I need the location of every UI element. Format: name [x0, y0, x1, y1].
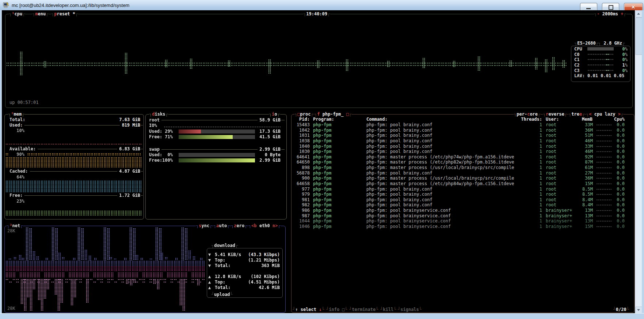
- proc-program[interactable]: php-fpm: [313, 202, 332, 207]
- proc-command[interactable]: php-fpm: pool brainy.conf: [366, 202, 432, 207]
- proc-pid[interactable]: 1030: [299, 149, 310, 154]
- proc-pid[interactable]: 981: [302, 197, 310, 202]
- scrollbar-thumb[interactable]: [635, 18, 642, 55]
- proc-program[interactable]: php-fpm: [313, 149, 332, 154]
- iface-selector[interactable]: ┐<b eth0 n>┌: [248, 223, 281, 228]
- proc-command[interactable]: php-fpm: master process (/etc/php74w/php…: [366, 154, 514, 160]
- proc-command[interactable]: php-fpm: pool brainyservice.conf: [366, 213, 451, 218]
- proc-pid[interactable]: 982: [302, 202, 310, 207]
- proc-program[interactable]: php-fpm: [313, 170, 332, 176]
- proc-command[interactable]: php-fpm: pool brainy.conf: [366, 144, 432, 149]
- proc-program[interactable]: php-fpm: [313, 160, 332, 165]
- proc-pid[interactable]: 1042: [299, 128, 310, 133]
- info-button[interactable]: ┘info □└: [326, 307, 348, 312]
- tree-toggle[interactable]: ┐tree┌: [568, 112, 585, 117]
- proc-program[interactable]: php-fpm: [313, 165, 332, 170]
- auto-toggle[interactable]: ┐auto┌: [213, 223, 230, 228]
- proc-command[interactable]: php-fpm: master process (/etc/php84w/php…: [366, 181, 514, 186]
- menu-button[interactable]: ┐menu┌: [32, 11, 49, 16]
- proc-command[interactable]: php-fpm: pool brainy.conf: [366, 170, 432, 176]
- reverse-toggle[interactable]: ┐reverse┌: [543, 112, 567, 117]
- scrollbar[interactable]: [635, 10, 642, 313]
- proc-mem: 15M: [585, 181, 593, 186]
- sort-selector[interactable]: ┐< cpu lazy >┌: [586, 112, 624, 117]
- scrollbar-up-button[interactable]: [635, 11, 642, 18]
- proc-command[interactable]: php-fpm: pool brainy.conf: [366, 122, 432, 127]
- col-header-cpu[interactable]: Cpu%: [614, 117, 625, 122]
- proc-program[interactable]: php-fpm: [313, 138, 332, 143]
- proc-command[interactable]: php-fpm: pool brainyservice.conf: [366, 208, 451, 213]
- proc-command[interactable]: php-fpm: pool brainy.conf: [366, 192, 432, 197]
- proc-program[interactable]: php-fpm: [313, 192, 332, 197]
- proc-program[interactable]: php-fpm: [313, 144, 332, 149]
- proc-program[interactable]: php-fpm: [313, 224, 332, 229]
- proc-count: ┘0/20└: [613, 307, 629, 312]
- proc-pid[interactable]: 977: [302, 187, 310, 192]
- proc-pid[interactable]: 1031: [299, 133, 310, 138]
- proc-mem-meter: [596, 130, 611, 131]
- proc-program[interactable]: php-fpm: [313, 213, 332, 218]
- proc-pid[interactable]: 64658: [297, 181, 310, 186]
- proc-pid[interactable]: 900: [302, 176, 310, 181]
- col-header-command[interactable]: Command:: [366, 117, 388, 122]
- window-border-bottom: [0, 313, 644, 319]
- proc-command[interactable]: php-fpm: master process (/usr/local/brai…: [366, 165, 514, 170]
- per-core-toggle[interactable]: ┐per-core┌: [514, 112, 541, 117]
- proc-command[interactable]: php-fpm: master process (/etc/php82w/php…: [366, 160, 514, 165]
- col-header-mem[interactable]: MemB: [582, 117, 592, 122]
- window-titlebar[interactable]: mc [root@ub24.itdeveloper.com.ua]:/lib/s…: [0, 0, 644, 11]
- proc-pid[interactable]: 64641: [297, 154, 310, 160]
- proc-program[interactable]: php-fpm: [313, 181, 332, 186]
- kill-button[interactable]: ┘kill└: [380, 307, 396, 312]
- col-header-pid[interactable]: Pid:: [299, 117, 310, 122]
- proc-program[interactable]: php-fpm: [313, 208, 332, 213]
- select-control[interactable]: ┘↑ select ↓└: [292, 307, 325, 312]
- proc-pid[interactable]: 15483: [297, 122, 310, 127]
- proc-pid[interactable]: 1038: [299, 138, 310, 143]
- proc-command[interactable]: php-fpm: pool brainy.conf: [366, 149, 432, 154]
- proc-command[interactable]: php-fpm: pool brainy.conf: [366, 197, 432, 202]
- col-header-threads[interactable]: Threads:: [521, 117, 542, 122]
- proc-program[interactable]: php-fpm: [313, 122, 332, 127]
- signals-button[interactable]: ┘signals└: [397, 307, 422, 312]
- proc-pid[interactable]: 979: [302, 192, 310, 197]
- proc-pid[interactable]: 1044: [299, 218, 310, 224]
- proc-command[interactable]: php-fpm: pool brainy.conf: [366, 128, 432, 133]
- proc-program[interactable]: php-fpm: [313, 154, 332, 160]
- terminate-button[interactable]: ┘terminate└: [349, 307, 379, 312]
- col-header-program[interactable]: Program:: [313, 117, 334, 122]
- proc-command[interactable]: php-fpm: pool brainy.conf: [366, 133, 432, 138]
- proc-program[interactable]: php-fpm: [313, 218, 332, 224]
- proc-pid[interactable]: 898: [302, 165, 310, 170]
- proc-pid[interactable]: 1046: [299, 224, 310, 229]
- proc-program[interactable]: php-fpm: [313, 176, 332, 181]
- col-header-user[interactable]: User:: [546, 117, 559, 122]
- proc-command[interactable]: php-fpm: pool brainyservice.conf: [366, 224, 451, 229]
- proc-command[interactable]: php-fpm: master process (/usr/local/brai…: [366, 176, 514, 181]
- proc-pid[interactable]: 987: [302, 213, 310, 218]
- proc-pid[interactable]: 1040: [299, 144, 310, 149]
- proc-pid[interactable]: 64650: [297, 160, 310, 165]
- proc-program[interactable]: php-fpm: [313, 128, 332, 133]
- proc-program[interactable]: php-fpm: [313, 197, 332, 202]
- proc-command[interactable]: php-fpm: pool brainyservice.conf: [366, 218, 451, 224]
- disks-box-title[interactable]: ┐disks┌: [149, 112, 168, 117]
- proc-program[interactable]: php-fpm: [313, 187, 332, 192]
- zero-toggle[interactable]: ┐zero┌: [231, 223, 247, 228]
- window-border-left: [0, 10, 2, 319]
- proc-program[interactable]: php-fpm: [313, 133, 332, 138]
- proc-mem: 8.4M: [582, 202, 593, 207]
- proc-search[interactable]: ┐f php-fpm_ □┌: [314, 112, 352, 117]
- upload-title: ┘upload└: [211, 292, 233, 297]
- proc-box-title[interactable]: ┐□proc┌: [294, 112, 314, 117]
- scrollbar-down-button[interactable]: [635, 307, 642, 314]
- proc-pid[interactable]: 986: [302, 208, 310, 213]
- proc-command[interactable]: php-fpm: pool brainy.conf: [366, 187, 432, 192]
- clock: ┐19:40:09┌: [303, 11, 330, 16]
- cpu-box-title[interactable]: ┐¹cpu┌: [9, 11, 25, 16]
- interval-control[interactable]: ┐- 2000ms +┌: [594, 11, 626, 16]
- proc-command[interactable]: php-fpm: pool brainy.conf: [366, 138, 432, 143]
- preset-button[interactable]: ┐preset *┌: [51, 11, 78, 16]
- proc-pid[interactable]: 56878: [297, 170, 310, 176]
- io-toggle[interactable]: ┐io┌: [269, 112, 280, 117]
